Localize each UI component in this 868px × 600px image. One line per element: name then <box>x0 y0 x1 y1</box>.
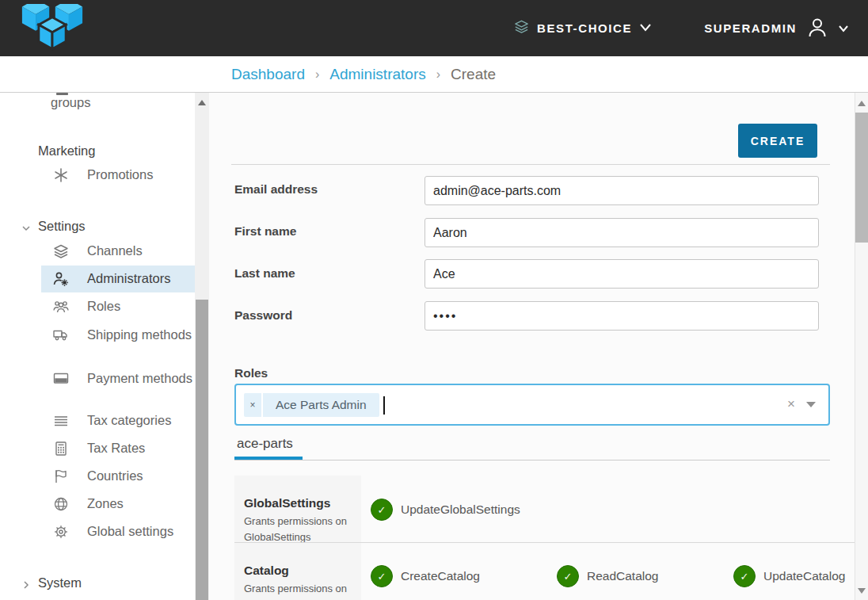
breadcrumb-bar: Dashboard › Administrators › Create <box>0 56 868 93</box>
role-chip-label: Ace Parts Admin <box>263 393 379 417</box>
scroll-up-arrow[interactable] <box>198 100 206 105</box>
sidebar-scrollbar <box>195 93 209 600</box>
sidebar-section-settings[interactable]: Settings <box>38 219 86 234</box>
sidebar-item-roles[interactable]: Roles <box>87 299 120 314</box>
roles-label: Roles <box>234 366 268 380</box>
sidebar-item-zones[interactable]: Zones <box>87 496 124 511</box>
user-menu[interactable]: SUPERADMIN <box>704 16 849 41</box>
cog-icon <box>52 523 70 541</box>
app-window: BEST-CHOICE SUPERADMIN <box>0 0 868 600</box>
clear-selection-icon[interactable]: × <box>787 396 795 412</box>
role-chip: × Ace Parts Admin <box>244 393 379 417</box>
roles-select[interactable]: × Ace Parts Admin × <box>234 384 830 426</box>
main-scrollbar-thumb[interactable] <box>855 113 868 243</box>
tab-divider <box>234 460 830 461</box>
divider <box>231 164 830 165</box>
sidebar-item-tax-rates[interactable]: Tax Rates <box>87 441 145 456</box>
channel-switcher[interactable]: BEST-CHOICE <box>513 18 652 38</box>
check-circle-icon[interactable]: ✓ <box>371 499 393 521</box>
chevron-down-icon <box>838 21 849 36</box>
channel-name: BEST-CHOICE <box>537 21 632 35</box>
permission-toggle[interactable]: ✓ ReadCatalog <box>557 565 658 587</box>
password-field[interactable] <box>424 301 819 331</box>
permission-row-header: Catalog Grants permissions on Products, … <box>234 543 361 600</box>
permission-row-header: GlobalSettings Grants permissions on Glo… <box>234 476 361 542</box>
flag-icon <box>52 468 70 485</box>
breadcrumb-separator: › <box>315 67 319 82</box>
text-cursor <box>383 396 385 415</box>
main-scrollbar <box>855 93 868 600</box>
sidebar-item-channels[interactable]: Channels <box>87 243 143 258</box>
breadcrumb-separator: › <box>436 67 440 82</box>
create-button[interactable]: CREATE <box>738 124 817 158</box>
sidebar: groups Marketing Promotions Settings Cha… <box>0 93 195 600</box>
vendure-logo[interactable] <box>21 4 84 56</box>
tab-ace-parts[interactable]: ace-parts <box>237 436 293 452</box>
user-icon <box>806 16 828 41</box>
sidebar-item-promotions[interactable]: Promotions <box>87 167 153 182</box>
sidebar-section-system[interactable]: System <box>38 575 82 590</box>
sidebar-section-marketing: Marketing <box>38 143 95 159</box>
permission-toggle[interactable]: ✓ UpdateCatalog <box>733 565 845 587</box>
email-label: Email address <box>234 182 401 197</box>
permission-label: UpdateGlobalSettings <box>401 503 520 517</box>
check-circle-icon[interactable]: ✓ <box>371 565 393 587</box>
breadcrumb: Dashboard › Administrators › Create <box>231 56 496 92</box>
users-icon <box>52 298 70 315</box>
last-name-field[interactable] <box>424 259 819 289</box>
permission-label: CreateCatalog <box>401 569 480 583</box>
sidebar-scrollbar-thumb[interactable] <box>196 300 208 600</box>
first-name-field[interactable] <box>424 218 819 247</box>
permission-toggle[interactable]: ✓ CreateCatalog <box>371 565 480 587</box>
sidebar-item-countries[interactable]: Countries <box>87 468 143 483</box>
permission-group-name: GlobalSettings <box>244 496 353 510</box>
sidebar-item-tax-categories[interactable]: Tax categories <box>87 413 171 428</box>
chip-remove-icon[interactable]: × <box>244 393 261 417</box>
permission-group-description: Grants permissions on GlobalSettings <box>244 514 353 542</box>
dropdown-arrow-icon[interactable] <box>806 402 816 407</box>
asterisk-icon <box>52 166 70 184</box>
sidebar-item-payment-methods[interactable]: Payment methods <box>51 369 195 388</box>
list-icon <box>52 412 70 430</box>
check-circle-icon[interactable]: ✓ <box>557 565 579 587</box>
password-label: Password <box>234 308 401 323</box>
permission-toggle[interactable]: ✓ UpdateGlobalSettings <box>371 499 520 521</box>
first-name-label: First name <box>234 224 401 239</box>
scroll-down-arrow[interactable] <box>858 588 866 594</box>
user-cog-icon <box>52 270 70 288</box>
scroll-up-arrow[interactable] <box>858 101 866 106</box>
user-name: SUPERADMIN <box>704 21 797 35</box>
sidebar-item-customer-groups[interactable]: groups <box>51 95 90 110</box>
topbar: BEST-CHOICE SUPERADMIN <box>0 0 868 56</box>
last-name-label: Last name <box>234 266 401 281</box>
breadcrumb-administrators[interactable]: Administrators <box>329 66 425 83</box>
sidebar-item-global-settings[interactable]: Global settings <box>87 524 173 539</box>
permission-group-name: Catalog <box>244 564 353 578</box>
layers-icon <box>513 18 530 38</box>
sidebar-item-shipping-methods[interactable]: Shipping methods <box>51 325 195 344</box>
breadcrumb-create: Create <box>451 66 496 83</box>
layers-icon <box>52 243 70 260</box>
permission-label: UpdateCatalog <box>763 569 845 583</box>
permission-label: ReadCatalog <box>587 569 658 583</box>
sidebar-item-administrators[interactable]: Administrators <box>41 266 195 292</box>
breadcrumb-dashboard[interactable]: Dashboard <box>231 66 305 83</box>
globe-icon <box>52 495 70 513</box>
permission-group-description: Grants permissions on Products, Facets <box>244 581 353 600</box>
chevron-down-icon <box>639 21 652 36</box>
chevron-down-icon[interactable] <box>21 223 32 234</box>
email-field[interactable] <box>424 176 819 205</box>
sidebar-item-administrators-label: Administrators <box>87 271 170 286</box>
calculator-icon <box>52 440 70 457</box>
chevron-right-icon[interactable] <box>21 579 32 590</box>
check-circle-icon[interactable]: ✓ <box>733 565 756 587</box>
